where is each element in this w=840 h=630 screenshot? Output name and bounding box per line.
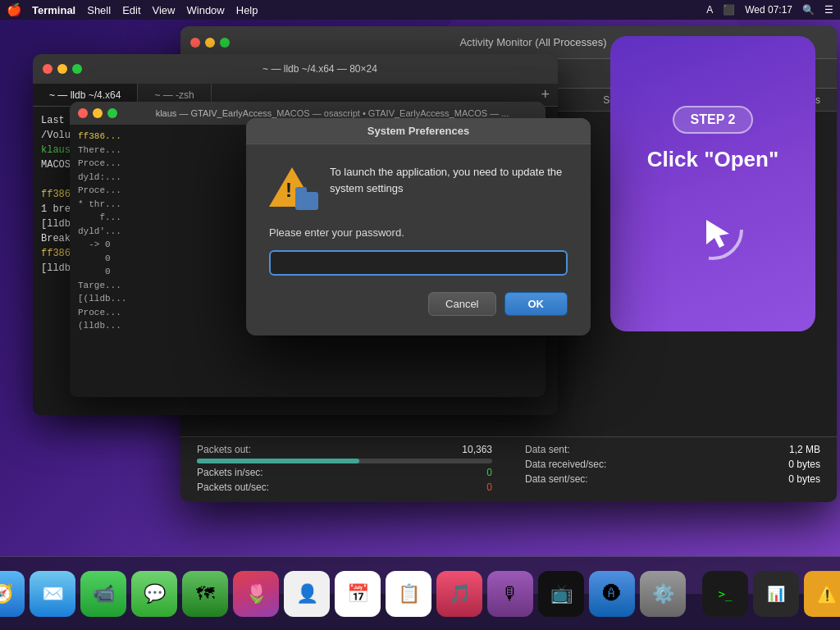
dialog-overlay: System Preferences To launch the applica… [0, 20, 840, 594]
dialog-password-input[interactable] [269, 250, 568, 276]
desktop: Activity Monitor (All Processes) CPU Mem… [0, 20, 840, 594]
menu-shell[interactable]: Shell [87, 4, 111, 16]
menu-window[interactable]: Window [187, 4, 225, 16]
airplay-icon[interactable]: ⬛ [723, 4, 735, 16]
system-preferences-dialog: System Preferences To launch the applica… [246, 118, 591, 336]
control-center-icon[interactable]: ☰ [824, 4, 833, 16]
dialog-text-block: To launch the application, you need to u… [330, 164, 568, 210]
dialog-title: System Preferences [368, 125, 469, 137]
menu-terminal[interactable]: Terminal [32, 4, 75, 16]
menu-view[interactable]: View [153, 4, 176, 16]
apple-menu[interactable]: 🍎 [7, 2, 22, 17]
dialog-main-text: To launch the application, you need to u… [330, 164, 568, 196]
menu-edit[interactable]: Edit [122, 4, 140, 16]
dialog-buttons: Cancel OK [269, 292, 568, 316]
folder-overlay-icon [295, 192, 318, 210]
datetime-display: Wed 07:17 [745, 4, 792, 16]
dialog-body: To launch the application, you need to u… [246, 144, 591, 336]
cancel-button[interactable]: Cancel [428, 292, 495, 316]
dialog-titlebar: System Preferences [246, 118, 591, 144]
menu-bar: 🍎 Terminal Shell Edit View Window Help A… [0, 0, 840, 20]
dialog-warning-icon [269, 164, 315, 210]
a-icon: A [706, 4, 713, 16]
search-icon[interactable]: 🔍 [802, 4, 815, 16]
dialog-sub-text: Please enter your password. [269, 226, 568, 239]
ok-button[interactable]: OK [504, 292, 568, 316]
menu-help[interactable]: Help [236, 4, 258, 16]
dialog-content-area: To launch the application, you need to u… [269, 164, 568, 210]
menu-bar-right: A ⬛ Wed 07:17 🔍 ☰ [706, 4, 833, 16]
